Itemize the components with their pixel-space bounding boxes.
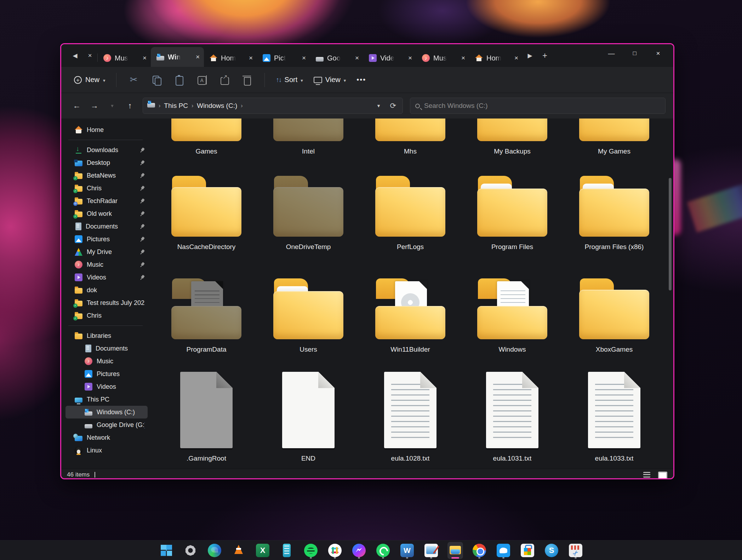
- close-icon[interactable]: ×: [408, 54, 412, 62]
- tile-eula-1028[interactable]: eula.1028.txt: [359, 372, 461, 462]
- more-options-button[interactable]: •••: [352, 76, 370, 84]
- tile-mhs[interactable]: Mhs: [359, 119, 461, 155]
- address-dropdown-button[interactable]: ▾: [375, 102, 382, 109]
- close-icon[interactable]: ×: [461, 54, 465, 62]
- sidebar-item-techradar[interactable]: ⟳ TechRadar: [65, 195, 148, 207]
- sidebar-item-chris[interactable]: ✓ Chris: [65, 182, 148, 195]
- tab-scroll-right-button[interactable]: ▶: [523, 47, 537, 64]
- breadcrumb-windows-c[interactable]: Windows (C:): [197, 102, 237, 110]
- paste-button[interactable]: [169, 71, 189, 88]
- tab-music-1[interactable]: Mus ×: [98, 49, 151, 67]
- taskbar-file-explorer-button[interactable]: [447, 542, 463, 559]
- taskbar-excel-button[interactable]: [255, 542, 270, 559]
- tile-win11builder[interactable]: Win11Builder: [359, 277, 461, 353]
- sidebar-item-pictures[interactable]: Pictures: [65, 233, 148, 246]
- taskbar-vlc-button[interactable]: [231, 542, 246, 559]
- taskbar-word-button[interactable]: [399, 542, 415, 559]
- maximize-button[interactable]: □: [623, 44, 646, 63]
- tile-gamingroot[interactable]: .GamingRoot: [155, 372, 257, 462]
- sidebar-item-betanews[interactable]: ✓ BetaNews: [65, 169, 148, 182]
- tile-onedrivetemp[interactable]: OneDriveTemp: [257, 174, 359, 251]
- tab-home-1[interactable]: Hom ×: [204, 49, 257, 67]
- up-button[interactable]: ↑: [122, 98, 138, 114]
- taskbar-twitter-button[interactable]: [496, 542, 511, 559]
- tile-program-files-x86[interactable]: Program Files (x86): [563, 174, 665, 251]
- vertical-scrollbar[interactable]: [668, 119, 672, 469]
- sidebar-item-linux[interactable]: Linux: [65, 444, 148, 457]
- taskbar-store-button[interactable]: [520, 542, 535, 559]
- taskbar-chrome-button[interactable]: [472, 542, 487, 559]
- sidebar-item-test-results[interactable]: ✓ Test results July 2022: [65, 296, 148, 309]
- tile-nascachedirectory[interactable]: NasCacheDirectory: [155, 174, 257, 251]
- tile-perflogs[interactable]: PerfLogs: [359, 174, 461, 251]
- cut-button[interactable]: ✂: [124, 71, 144, 88]
- tile-end[interactable]: END: [257, 372, 359, 462]
- sidebar-item-home[interactable]: Home: [65, 123, 148, 136]
- view-button[interactable]: View ▾: [309, 71, 350, 88]
- tile-my-games[interactable]: My Games: [563, 119, 665, 155]
- tile-xboxgames[interactable]: XboxGames: [563, 277, 665, 353]
- sidebar-item-lib-music[interactable]: Music: [65, 355, 148, 368]
- taskbar-photos-button[interactable]: [423, 542, 439, 559]
- taskbar-snipping-tool-button[interactable]: [568, 542, 583, 559]
- search-input[interactable]: [423, 102, 660, 110]
- address-bar[interactable]: › This PC › Windows (C:) › ▾ ⟳: [143, 98, 403, 114]
- sidebar-item-libraries[interactable]: Libraries: [65, 329, 148, 342]
- rename-button[interactable]: [192, 71, 212, 88]
- refresh-button[interactable]: ⟳: [388, 101, 398, 110]
- tab-pictures[interactable]: Pict ×: [257, 49, 310, 67]
- tab-videos[interactable]: Vide ×: [363, 49, 416, 67]
- details-view-button[interactable]: [641, 470, 653, 479]
- close-icon[interactable]: ×: [143, 54, 147, 62]
- taskbar-slack-button[interactable]: [327, 542, 343, 559]
- sidebar-item-downloads[interactable]: Downloads: [65, 144, 148, 156]
- close-window-button[interactable]: ×: [646, 44, 670, 63]
- copy-button[interactable]: [146, 71, 167, 88]
- tile-windows[interactable]: Windows: [461, 277, 563, 353]
- taskbar-spotify-button[interactable]: [303, 542, 319, 559]
- close-icon[interactable]: ×: [355, 54, 359, 62]
- search-box[interactable]: [410, 98, 666, 114]
- tab-windows-c[interactable]: Win ×: [151, 47, 204, 67]
- breadcrumb-this-pc[interactable]: This PC: [164, 102, 188, 110]
- tab-google-drive[interactable]: Goo ×: [310, 49, 363, 67]
- sidebar-item-this-pc[interactable]: This PC: [65, 393, 148, 406]
- sidebar-item-windows-c[interactable]: Windows (C:): [65, 406, 148, 418]
- taskbar-messenger-button[interactable]: [351, 542, 367, 559]
- close-icon[interactable]: ×: [196, 53, 200, 61]
- sidebar-item-old-work[interactable]: ✓ Old work: [65, 207, 148, 220]
- minimize-button[interactable]: —: [600, 44, 623, 63]
- recent-locations-button[interactable]: ▾: [104, 98, 120, 114]
- taskbar-skype-button[interactable]: [544, 542, 559, 559]
- tab-home-2[interactable]: Hom ×: [469, 49, 523, 67]
- sidebar-item-documents[interactable]: Documents: [65, 220, 148, 233]
- new-button[interactable]: New ▾: [70, 71, 109, 88]
- taskbar-settings-button[interactable]: [183, 542, 198, 559]
- tile-program-files[interactable]: Program Files: [461, 174, 563, 251]
- tab-music-2[interactable]: Mus ×: [416, 49, 469, 67]
- back-button[interactable]: ←: [69, 98, 85, 114]
- scrollbar-thumb[interactable]: [669, 178, 672, 290]
- sidebar-item-lib-documents[interactable]: Documents: [65, 342, 148, 355]
- close-icon[interactable]: ×: [249, 54, 253, 62]
- sidebar-item-network[interactable]: Network: [65, 431, 148, 444]
- delete-button[interactable]: [237, 71, 257, 88]
- sidebar-item-dok[interactable]: dok: [65, 284, 148, 296]
- forward-button[interactable]: →: [87, 98, 102, 114]
- sidebar-item-chris-2[interactable]: ✓ Chris: [65, 309, 148, 322]
- taskbar-edge-button[interactable]: [207, 542, 222, 559]
- truncated-tab-close-button[interactable]: ×: [82, 47, 97, 64]
- tile-intel[interactable]: Intel: [257, 119, 359, 155]
- new-tab-button[interactable]: +: [537, 47, 552, 64]
- sort-button[interactable]: ↑↓ Sort ▾: [272, 71, 307, 88]
- large-icons-view-button[interactable]: [656, 470, 668, 479]
- tile-games[interactable]: Games: [155, 119, 257, 155]
- taskbar-whatsapp-button[interactable]: [375, 542, 391, 559]
- share-button[interactable]: [214, 71, 235, 88]
- sidebar-item-music[interactable]: Music: [65, 258, 148, 271]
- tile-eula-1031[interactable]: eula.1031.txt: [461, 372, 563, 462]
- sidebar-item-lib-videos[interactable]: Videos: [65, 380, 148, 393]
- taskbar-start-button[interactable]: [159, 542, 174, 559]
- tab-scroll-left-button[interactable]: ◀: [68, 47, 82, 64]
- close-icon[interactable]: ×: [302, 54, 306, 62]
